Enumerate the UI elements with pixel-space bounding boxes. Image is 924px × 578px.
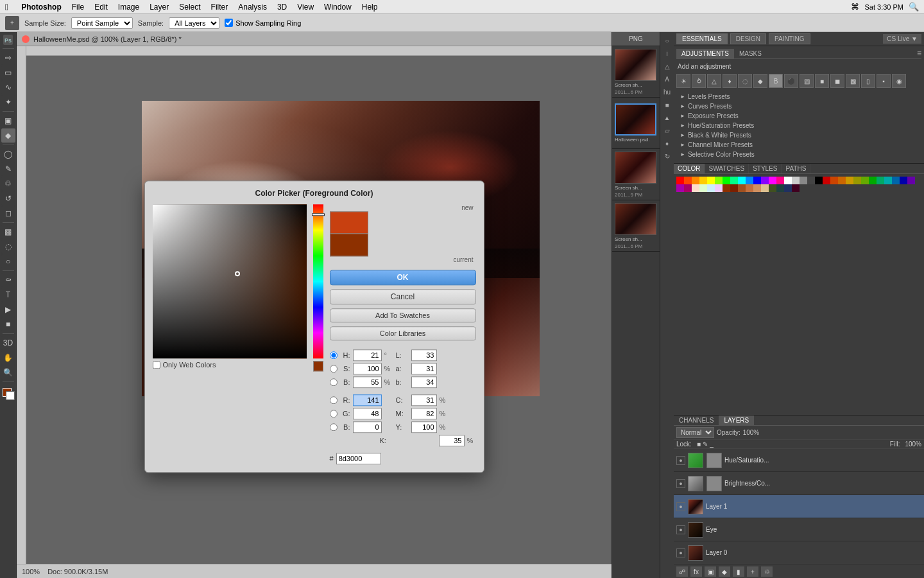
marquee-tool[interactable]: ▭: [1, 66, 15, 80]
select-menu[interactable]: Select: [174, 0, 205, 14]
shape-tool[interactable]: ■: [1, 317, 15, 331]
layer-visibility-1[interactable]: ●: [676, 456, 685, 465]
swatch-rose[interactable]: [776, 177, 784, 184]
hand-tool[interactable]: ✋: [1, 351, 15, 365]
type-tool[interactable]: T: [1, 288, 15, 302]
swatch-magenta[interactable]: [769, 177, 776, 184]
swatch-pale-blue[interactable]: [707, 184, 715, 192]
swatch-red[interactable]: [676, 177, 684, 184]
channelmixer-icon[interactable]: ▧: [800, 74, 814, 88]
history-brush-tool[interactable]: ↺: [1, 191, 15, 206]
window-menu[interactable]: Window: [319, 0, 357, 14]
layer-mask-button[interactable]: ▣: [705, 566, 716, 577]
dodge-tool[interactable]: ○: [1, 254, 15, 268]
swatch-dark-magenta[interactable]: [676, 184, 684, 192]
bw-presets[interactable]: ►Black & White Presets: [678, 130, 920, 140]
s-input[interactable]: [353, 363, 382, 374]
swatch-dark-brown[interactable]: [730, 184, 738, 192]
swatch-tan[interactable]: [746, 184, 753, 192]
levels-presets[interactable]: ►Levels Presets: [678, 92, 920, 101]
layer-row-layer0[interactable]: ● Layer 0: [674, 541, 924, 565]
color-tab[interactable]: COLOR: [674, 164, 705, 173]
swatch-sand[interactable]: [761, 184, 769, 192]
swatch-teal[interactable]: [884, 177, 892, 184]
folder-group-button[interactable]: ▮: [733, 566, 744, 577]
swatch-pale-green[interactable]: [699, 184, 707, 192]
essentials-tab[interactable]: ESSENTIALS: [676, 33, 728, 44]
panel-icon-9[interactable]: ♦: [662, 137, 673, 149]
design-tab[interactable]: DESIGN: [730, 33, 766, 44]
thumb-4[interactable]: Screen sh... 2011...6 PM: [612, 200, 660, 252]
styles-tab[interactable]: STYLES: [749, 164, 782, 173]
swatch-violet[interactable]: [761, 177, 769, 184]
swatch-brown[interactable]: [838, 177, 846, 184]
layer-visibility-5[interactable]: ●: [676, 548, 685, 557]
swatch-dark-gray[interactable]: [807, 177, 815, 184]
layer-row-eye[interactable]: ● Eye: [674, 518, 924, 541]
g-radio[interactable]: [330, 410, 338, 417]
ok-button[interactable]: OK: [330, 270, 476, 285]
swatch-spring-green[interactable]: [730, 177, 738, 184]
h-radio[interactable]: [330, 351, 338, 359]
swatch-light-gray[interactable]: [792, 177, 800, 184]
posterize-icon[interactable]: ▩: [846, 74, 860, 88]
swatches-tab[interactable]: SWATCHES: [705, 164, 749, 173]
photofilter-icon[interactable]: ⚫: [784, 74, 798, 88]
adjustments-tab[interactable]: ADJUSTMENTS: [676, 49, 734, 58]
panel-icon-6[interactable]: ■: [662, 99, 673, 110]
swatch-orange-red[interactable]: [684, 177, 692, 184]
swatch-white[interactable]: [784, 177, 792, 184]
swatch-bright-yellow[interactable]: [707, 177, 715, 184]
filter-menu[interactable]: Filter: [206, 0, 234, 14]
c-input[interactable]: [411, 394, 437, 406]
swatch-brown-red[interactable]: [830, 177, 838, 184]
blend-mode-select[interactable]: Normal: [676, 427, 714, 438]
thumb-3[interactable]: Screen sh... 2011...9 PM: [612, 149, 660, 200]
panel-icon-8[interactable]: ▱: [662, 125, 673, 136]
color-swatches-widget[interactable]: [1, 387, 15, 401]
blue-input[interactable]: [353, 421, 382, 433]
zoom-tool[interactable]: 🔍: [1, 365, 15, 380]
hue-sat-presets[interactable]: ►Hue/Saturation Presets: [678, 121, 920, 130]
thumb-2[interactable]: Halloween psd.: [612, 98, 660, 149]
brush-tool[interactable]: ✎: [1, 162, 15, 176]
channels-tab[interactable]: CHANNELS: [674, 416, 719, 425]
panel-icon-2[interactable]: i: [662, 48, 673, 59]
blur-tool[interactable]: ◌: [1, 240, 15, 254]
channel-mixer-presets[interactable]: ►Channel Mixer Presets: [678, 140, 920, 150]
swatch-teal-green[interactable]: [877, 177, 884, 184]
sample-size-select[interactable]: Point Sample: [71, 17, 133, 29]
swatch-dark-teal[interactable]: [776, 184, 784, 192]
layer-row-hue-sat[interactable]: ● Hue/Saturatio...: [674, 449, 924, 472]
exposure-icon[interactable]: △: [707, 74, 721, 88]
layer-visibility-3[interactable]: ●: [676, 502, 685, 511]
apple-menu[interactable]: : [5, 2, 8, 12]
r-radio[interactable]: [330, 396, 338, 404]
y-input[interactable]: [411, 421, 437, 433]
swatch-blue[interactable]: [753, 177, 761, 184]
s-radio[interactable]: [330, 365, 338, 372]
swatch-steel-blue[interactable]: [892, 177, 900, 184]
swatch-current-color[interactable]: [723, 184, 730, 192]
colorlookup-icon[interactable]: ■: [815, 74, 829, 88]
show-sampling-checkbox[interactable]: [225, 19, 233, 27]
bw-icon[interactable]: B: [769, 74, 783, 88]
swatch-skin[interactable]: [692, 184, 699, 192]
close-doc-button[interactable]: [22, 35, 30, 43]
panel-options-icon[interactable]: ≡: [917, 49, 921, 58]
sample-select[interactable]: All Layers: [169, 17, 219, 29]
exposure-presets[interactable]: ►Exposure Presets: [678, 111, 920, 121]
panel-icon-3[interactable]: △: [662, 60, 673, 72]
panel-icon-1[interactable]: ○: [662, 35, 673, 46]
thumb-1[interactable]: Screen sh... 2011...6 PM: [612, 46, 660, 98]
selectivecolor-icon[interactable]: ◉: [892, 74, 906, 88]
paths-tab[interactable]: PATHS: [782, 164, 810, 173]
cs-live-button[interactable]: CS Live ▼: [883, 34, 921, 44]
blue-radio[interactable]: [330, 423, 338, 431]
cancel-button[interactable]: Cancel: [330, 289, 476, 304]
brightness-icon[interactable]: ☀: [676, 74, 690, 88]
panel-icon-10[interactable]: ↻: [662, 150, 673, 162]
clone-stamp-tool[interactable]: ♲: [1, 177, 15, 191]
b-radio[interactable]: [330, 378, 338, 386]
swatch-crimson[interactable]: [684, 184, 692, 192]
